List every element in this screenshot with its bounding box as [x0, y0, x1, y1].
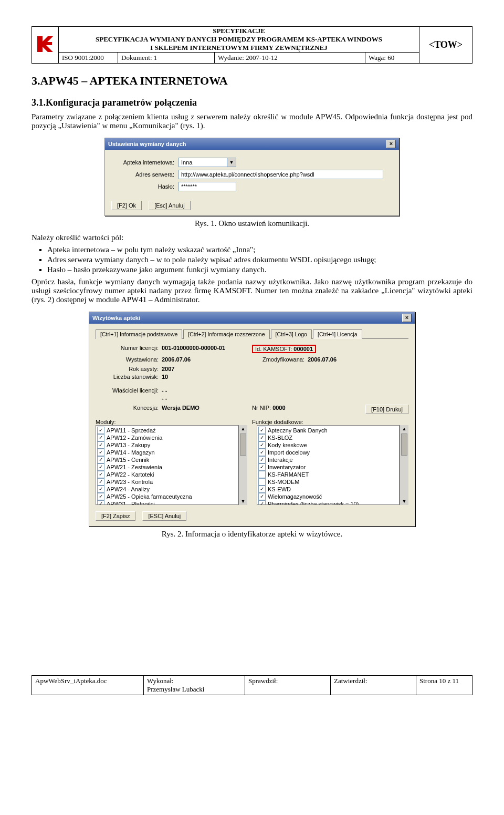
checkbox-icon[interactable]: ✓	[97, 434, 104, 441]
scroll-thumb[interactable]	[401, 434, 407, 456]
logo-cell	[32, 27, 59, 64]
figure-1-caption: Rys. 1. Okno ustawień komunikacji.	[32, 219, 472, 228]
print-button[interactable]: [F10] Drukuj	[365, 405, 408, 414]
list-item-label: APW13 - Zakupy	[107, 441, 150, 449]
checkbox-icon[interactable]: ✓	[97, 441, 104, 449]
list-item[interactable]: ✓Inwentaryzator	[258, 463, 398, 471]
list-item-label: Apteczny Bank Danych	[268, 427, 328, 434]
bullet-2: Adres serwera wymiany danych – w to pole…	[47, 255, 472, 264]
list-item[interactable]: ✓APW12 - Zamówienia	[97, 434, 237, 441]
scrollbar[interactable]: ▲ ▼	[238, 425, 247, 505]
cancel-button[interactable]: [Esc] Anuluj	[149, 201, 190, 210]
nip-value: 0000	[272, 405, 285, 411]
list-item-label: KS-MODEM	[268, 478, 300, 486]
scroll-up-icon[interactable]: ▲	[239, 425, 247, 432]
list-item-label: APW15 - Cennik	[107, 456, 149, 463]
modules-listbox[interactable]: ✓APW11 - Sprzedaż✓APW12 - Zamówienia✓APW…	[96, 425, 238, 505]
checkbox-icon[interactable]: ✓	[97, 449, 104, 456]
list-item[interactable]: KS-FARMANET	[258, 471, 398, 478]
scroll-down-icon[interactable]: ▼	[239, 498, 247, 505]
svg-rect-0	[37, 42, 52, 45]
checkbox-icon[interactable]: ✓	[97, 486, 104, 493]
bullet-1: Apteka internetowa – w polu tym należy w…	[47, 245, 472, 254]
list-item[interactable]: ✓APW13 - Zakupy	[97, 441, 237, 449]
checkbox-icon[interactable]: ✓	[258, 500, 266, 504]
chevron-down-icon[interactable]: ▼	[227, 158, 236, 167]
ks-logo-icon	[35, 34, 56, 55]
cancel-button-2[interactable]: [ESC] Anuluj	[142, 511, 186, 521]
list-item[interactable]: ✓APW24 - Analizy	[97, 486, 237, 493]
checkbox-icon[interactable]: ✓	[97, 456, 104, 463]
list-item[interactable]: ✓Import docelowy	[258, 449, 398, 456]
list-item[interactable]: ✓APW15 - Cennik	[97, 456, 237, 463]
meta-doc: Dokument: 1	[118, 53, 215, 63]
list-item[interactable]: ✓APW21 - Zestawienia	[97, 463, 237, 471]
modified-label: Zmodyfikowana:	[252, 356, 308, 363]
scroll-thumb[interactable]	[240, 434, 246, 456]
list-item[interactable]: ✓APW31 - Płatności	[97, 500, 237, 504]
tab-info-ext[interactable]: [Ctrl+2] Informacje rozszerzone	[183, 329, 269, 339]
list-item[interactable]: ✓APW14 - Magazyn	[97, 449, 237, 456]
label-apteka: Apteka internetowa:	[111, 159, 178, 166]
list-item[interactable]: ✓Pharmindex (liczba stanowisk = 10)	[258, 500, 398, 504]
list-item[interactable]: ✓Interakcje	[258, 456, 398, 463]
checkbox-icon[interactable]	[258, 478, 266, 486]
list-item-label: APW11 - Sprzedaż	[107, 427, 156, 434]
save-button[interactable]: [F2] Zapisz	[96, 511, 135, 521]
scroll-up-icon[interactable]: ▲	[400, 425, 408, 432]
checkbox-icon[interactable]: ✓	[258, 449, 266, 456]
header-title-1: SPECYFIKACJE	[59, 27, 419, 35]
close-icon[interactable]: ×	[402, 314, 412, 322]
checkbox-icon[interactable]: ✓	[97, 471, 104, 478]
list-item[interactable]: ✓Wielomagazynowość	[258, 493, 398, 500]
checkbox-icon[interactable]: ✓	[258, 493, 266, 500]
functions-listbox[interactable]: ✓Apteczny Bank Danych✓KS-BLOZ✓Kody kresk…	[257, 425, 400, 505]
paragraph-2: Oprócz hasła, funkcje wymiany danych wym…	[32, 277, 472, 304]
list-item[interactable]: ✓Apteczny Bank Danych	[258, 427, 398, 434]
list-item[interactable]: ✓APW25 - Opieka farmaceutyczna	[97, 493, 237, 500]
checkbox-icon[interactable]: ✓	[258, 441, 266, 449]
list-item[interactable]: ✓APW23 - Kontrola	[97, 478, 237, 486]
list-item-label: APW21 - Zestawienia	[107, 463, 162, 471]
apteka-select[interactable]: Inna ▼	[178, 158, 236, 167]
functions-header: Funkcje dodatkowe:	[252, 419, 408, 425]
checkbox-icon[interactable]: ✓	[258, 463, 266, 471]
tabs: [Ctrl+1] Informacje podstawowe [Ctrl+2] …	[96, 329, 408, 339]
list-item[interactable]: ✓APW11 - Sprzedaż	[97, 427, 237, 434]
issued-label: Wystawiona:	[96, 356, 162, 363]
checkbox-icon[interactable]: ✓	[258, 427, 266, 434]
checkbox-icon[interactable]: ✓	[97, 478, 104, 486]
list-item-label: KS-FARMANET	[268, 471, 309, 478]
header-titles: SPECYFIKACJE SPECYFIKACJA WYMIANY DANYCH…	[59, 27, 419, 53]
checkbox-icon[interactable]: ✓	[97, 493, 104, 500]
titlebar-2: Wizytówka apteki ×	[89, 312, 415, 324]
haslo-input[interactable]	[178, 182, 236, 191]
checkbox-icon[interactable]: ✓	[97, 500, 104, 504]
label-haslo: Hasło:	[111, 183, 178, 190]
close-icon[interactable]: ×	[386, 140, 396, 148]
scrollbar[interactable]: ▲ ▼	[400, 425, 408, 505]
list-item[interactable]: KS-MODEM	[258, 478, 398, 486]
list-item-label: APW12 - Zamówienia	[107, 434, 162, 441]
tab-logo[interactable]: [Ctrl+3] Logo	[271, 329, 312, 339]
tab-info-basic[interactable]: [Ctrl+1] Informacje podstawowe	[96, 329, 182, 339]
scroll-down-icon[interactable]: ▼	[400, 498, 408, 505]
header-table: SPECYFIKACJE SPECYFIKACJA WYMIANY DANYCH…	[32, 26, 472, 64]
checkbox-icon[interactable]: ✓	[97, 427, 104, 434]
checkbox-icon[interactable]: ✓	[258, 486, 266, 493]
checkbox-icon[interactable]: ✓	[258, 434, 266, 441]
list-item-label: APW23 - Kontrola	[107, 478, 153, 486]
list-item[interactable]: ✓Kody kreskowe	[258, 441, 398, 449]
checkbox-icon[interactable]: ✓	[97, 463, 104, 471]
list-item[interactable]: ✓APW22 - Kartoteki	[97, 471, 237, 478]
adres-input[interactable]	[178, 170, 383, 179]
year-label: Rok asysty:	[96, 366, 162, 372]
paragraph-1: Parametry związane z połączeniem klienta…	[32, 112, 472, 130]
concession-label: Koncesja:	[96, 405, 162, 414]
list-item[interactable]: ✓KS-EWD	[258, 486, 398, 493]
checkbox-icon[interactable]	[258, 471, 266, 478]
list-item[interactable]: ✓KS-BLOZ	[258, 434, 398, 441]
tab-license[interactable]: [Ctrl+4] Licencja	[313, 329, 362, 339]
checkbox-icon[interactable]: ✓	[258, 456, 266, 463]
ok-button[interactable]: [F2] Ok	[111, 201, 142, 210]
